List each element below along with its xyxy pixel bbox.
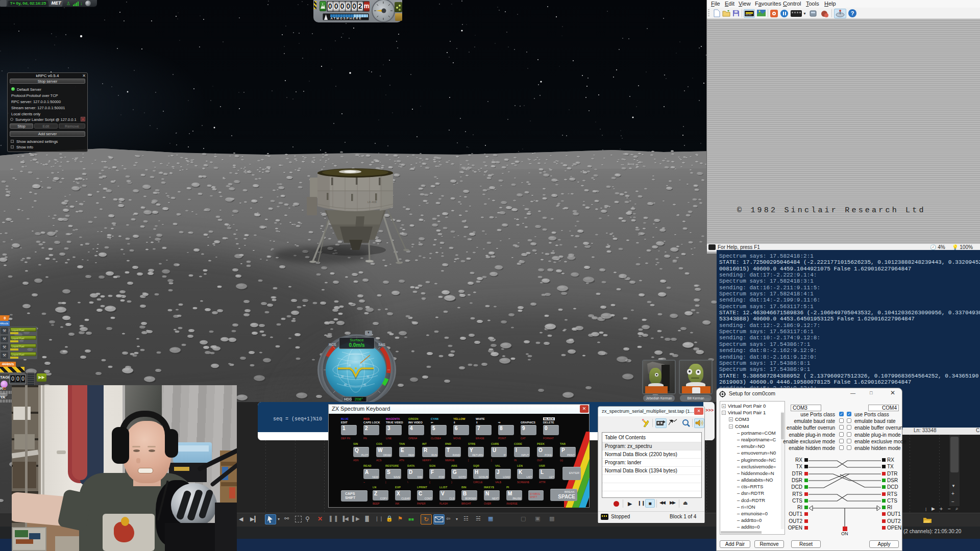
svg-text:60: 60	[363, 384, 366, 386]
svg-text:60: 60	[344, 384, 347, 386]
svg-text:30: 30	[341, 375, 344, 378]
svg-text:LK-408: LK-408	[368, 201, 377, 204]
svg-text:30: 30	[366, 375, 370, 378]
svg-text:20: 20	[359, 364, 362, 367]
svg-text:ON: ON	[841, 531, 848, 535]
svg-text:20: 20	[348, 364, 351, 367]
